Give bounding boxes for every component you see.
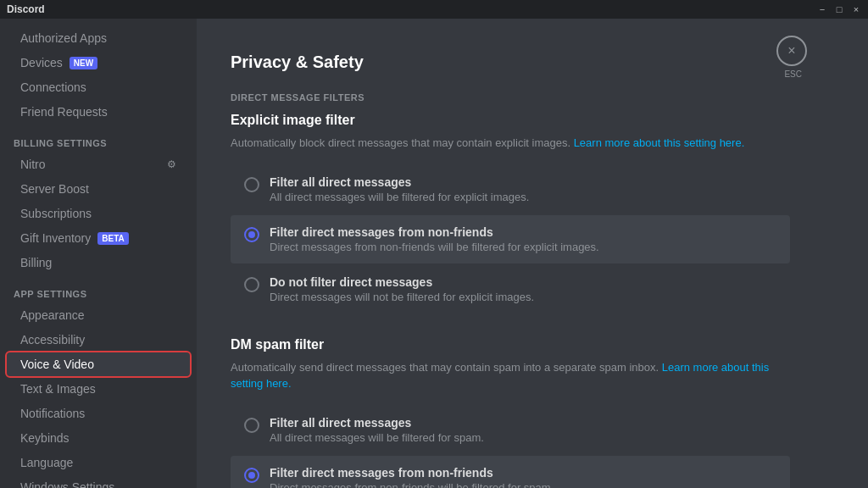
sidebar-item-label: Language (20, 456, 73, 469)
sidebar-item-connections[interactable]: Connections (7, 75, 190, 99)
radio-circle-filter-all (244, 177, 259, 192)
sidebar-item-language[interactable]: Language (7, 451, 190, 474)
sidebar-item-devices[interactable]: Devices NEW (7, 51, 190, 75)
radio-filter-all-dm[interactable]: Filter all direct messages All direct me… (231, 165, 790, 214)
radio-label-spam-non-friends: Filter direct messages from non-friends (270, 466, 554, 480)
sidebar-item-label: Subscriptions (20, 207, 92, 220)
radio-circle-filter-non-friends (244, 227, 259, 242)
dm-filters-section-label: Direct Message Filters (231, 92, 790, 103)
sidebar-item-label: Voice & Video (20, 358, 94, 371)
sidebar-item-nitro[interactable]: Nitro ⚙ (7, 152, 190, 176)
sidebar-item-label: Windows Settings (20, 480, 114, 488)
sidebar-item-appearance[interactable]: Appearance (7, 303, 190, 327)
sidebar-item-accessibility[interactable]: Accessibility (7, 328, 190, 352)
radio-text-no-filter: Do not filter direct messages Direct mes… (270, 275, 534, 303)
app-title: Discord (7, 3, 45, 15)
main-panel: × ESC Privacy & Safety Direct Message Fi… (197, 19, 868, 488)
radio-no-filter-dm[interactable]: Do not filter direct messages Direct mes… (231, 265, 790, 313)
radio-spam-filter-all[interactable]: Filter all direct messages All direct me… (231, 406, 790, 454)
main-content: Authorized Apps Devices NEW Connections … (0, 19, 868, 488)
radio-label-no-filter: Do not filter direct messages (270, 275, 534, 289)
explicit-filter-learn-more-link[interactable]: Learn more about this setting here. (574, 136, 745, 149)
sidebar-item-label: Connections (20, 80, 86, 94)
billing-settings-label: Billing Settings (0, 125, 197, 152)
explicit-image-filter-title: Explicit image filter (231, 113, 790, 128)
sidebar-item-authorized-apps[interactable]: Authorized Apps (7, 26, 190, 50)
sidebar-item-windows-settings[interactable]: Windows Settings (7, 475, 190, 488)
sidebar-item-label: Accessibility (20, 333, 85, 347)
sidebar-item-subscriptions[interactable]: Subscriptions (7, 202, 190, 225)
explicit-image-filter-desc: Automatically block direct messages that… (231, 135, 790, 152)
sidebar-item-label: Gift Inventory (20, 231, 91, 245)
radio-circle-no-filter (244, 277, 259, 292)
close-settings-button[interactable]: × (776, 36, 807, 66)
sidebar-item-label: Billing (20, 256, 52, 269)
devices-new-badge: NEW (70, 57, 97, 69)
gift-inventory-beta-badge: BETA (97, 232, 128, 245)
radio-text-filter-all: Filter all direct messages All direct me… (270, 175, 529, 203)
radio-label-spam-filter-all: Filter all direct messages (270, 416, 484, 430)
spam-filter-radio-group: Filter all direct messages All direct me… (231, 406, 790, 489)
radio-circle-spam-non-friends (244, 468, 259, 483)
sidebar-item-text-images[interactable]: Text & Images (7, 377, 190, 401)
sidebar-item-friend-requests[interactable]: Friend Requests (7, 100, 190, 124)
radio-sublabel-spam-non-friends: Direct messages from non-friends will be… (270, 481, 554, 489)
sidebar-item-notifications[interactable]: Notifications (7, 402, 190, 425)
window-controls: − □ × (817, 4, 861, 14)
radio-filter-non-friends-dm[interactable]: Filter direct messages from non-friends … (231, 215, 790, 263)
settings-content: × ESC Privacy & Safety Direct Message Fi… (197, 19, 824, 488)
radio-sublabel-no-filter: Direct messages will not be filtered for… (270, 291, 534, 303)
title-bar: Discord − □ × (0, 0, 868, 19)
sidebar-item-server-boost[interactable]: Server Boost (7, 177, 190, 201)
explicit-filter-radio-group: Filter all direct messages All direct me… (231, 165, 790, 313)
radio-sublabel-filter-non-friends: Direct messages from non-friends will be… (270, 241, 599, 253)
dm-spam-filter-desc: Automatically send direct messages that … (231, 359, 790, 392)
sidebar-item-label: Friend Requests (20, 105, 108, 119)
radio-label-filter-all: Filter all direct messages (270, 175, 529, 189)
app-wrapper: Discord − □ × Authorized Apps Devices NE… (0, 0, 868, 488)
page-title: Privacy & Safety (231, 53, 790, 72)
radio-label-filter-non-friends: Filter direct messages from non-friends (270, 225, 599, 239)
minimize-button[interactable]: − (817, 4, 827, 14)
close-icon: × (787, 43, 795, 58)
sidebar-item-label: Text & Images (20, 382, 96, 396)
sidebar-item-label: Devices (20, 56, 63, 69)
sidebar-item-label: Appearance (20, 308, 85, 322)
app-settings-label: App Settings (0, 275, 197, 302)
nitro-settings-icon: ⚙ (167, 158, 176, 170)
radio-sublabel-filter-all: All direct messages will be filtered for… (270, 191, 529, 203)
sidebar-item-label: Server Boost (20, 182, 89, 196)
sidebar-item-voice-video[interactable]: Voice & Video (7, 352, 190, 376)
radio-spam-filter-non-friends[interactable]: Filter direct messages from non-friends … (231, 456, 790, 489)
sidebar-item-label: Keybinds (20, 431, 70, 445)
radio-circle-spam-filter-all (244, 418, 259, 433)
radio-sublabel-spam-filter-all: All direct messages will be filtered for… (270, 431, 484, 444)
sidebar-item-gift-inventory[interactable]: Gift Inventory BETA (7, 226, 190, 250)
sidebar-item-label: Notifications (20, 407, 85, 420)
sidebar-item-billing[interactable]: Billing (7, 251, 190, 274)
dm-spam-filter-title: DM spam filter (231, 337, 790, 352)
sidebar-item-keybinds[interactable]: Keybinds (7, 426, 190, 450)
close-button[interactable]: × (851, 4, 861, 14)
close-esc-label: ESC (784, 69, 802, 79)
sidebar-item-label: Authorized Apps (20, 31, 107, 45)
sidebar: Authorized Apps Devices NEW Connections … (0, 19, 197, 488)
maximize-button[interactable]: □ (834, 4, 844, 14)
radio-text-filter-non-friends: Filter direct messages from non-friends … (270, 225, 599, 253)
radio-text-spam-non-friends: Filter direct messages from non-friends … (270, 466, 554, 489)
sidebar-item-label: Nitro (20, 158, 46, 171)
radio-text-spam-filter-all: Filter all direct messages All direct me… (270, 416, 484, 444)
